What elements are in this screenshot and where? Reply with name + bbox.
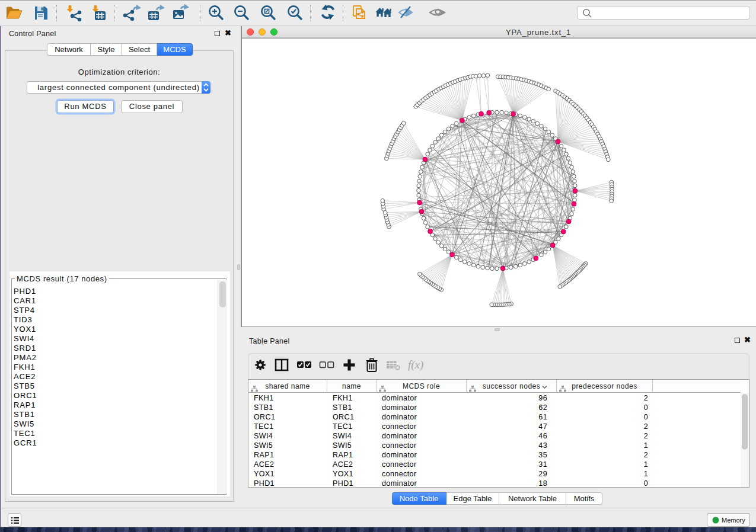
svg-text:f(x): f(x) bbox=[408, 358, 423, 371]
